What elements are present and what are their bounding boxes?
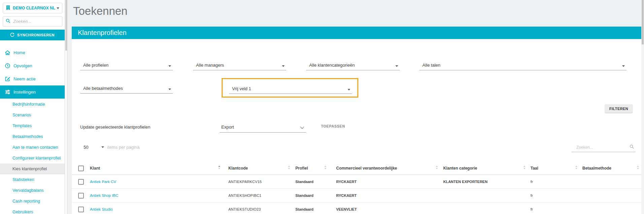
bulk-action-dropdown[interactable]: Export [220, 122, 306, 133]
chevron-down-icon [168, 88, 171, 90]
chevron-down-icon [300, 125, 304, 129]
column-header-klant[interactable]: Klant [90, 166, 100, 171]
sort-arrows-klant[interactable] [218, 166, 221, 171]
chevron-down-icon [348, 89, 350, 91]
chevron-down-icon [395, 65, 398, 67]
sidebar-subitem-configureer-klantenprofiel[interactable]: Configureer klantenprofiel [0, 153, 65, 164]
company-name: DEMO CLEARNOX NL - ... [13, 6, 55, 10]
column-header-commercieel-verantwoordelijke[interactable]: Commercieel verantwoordelijke [336, 166, 397, 171]
clock-icon [5, 63, 10, 69]
sidebar-scrollbar[interactable] [65, 0, 67, 214]
filter-dropdown-alle-managers[interactable]: Alle managers [193, 61, 286, 70]
sidebar-subitem-kies-klantenprofiel[interactable]: Kies klantenprofiel [0, 164, 65, 174]
sidebar-subitem-betaalmethodes[interactable]: Betaalmethodes [0, 131, 65, 142]
sort-arrows-klantcode[interactable] [288, 166, 291, 171]
page-title: Toekennen [73, 5, 127, 17]
sidebar-subitem-statistieken[interactable]: Statistieken [0, 174, 65, 185]
edit-icon [5, 76, 10, 82]
app-window: DEMO CLEARNOX NL - ... Zoeken... SYNCHRO… [0, 0, 644, 214]
search-icon [630, 144, 634, 150]
chevron-down-icon [57, 7, 59, 9]
cell-klant[interactable]: Antiek Park CV [90, 180, 116, 184]
column-header-betaalmethode[interactable]: Betaalmethode [582, 166, 611, 171]
sidebar-search-placeholder: Zoeken... [13, 19, 31, 24]
table-header: KlantKlantcodeProfielCommercieel verantw… [72, 162, 642, 175]
filter-dropdown-alle-betaalmethodes[interactable]: Alle betaalmethodes [80, 84, 173, 94]
table-row: Antiek StudioANTIEKSTUDIO23StandaardVEEN… [72, 203, 642, 214]
home-icon [5, 50, 10, 56]
chevron-down-icon [168, 65, 171, 67]
section-title: Klantenprofielen [78, 29, 127, 37]
page-scrollbar-thumb[interactable] [642, 0, 644, 44]
column-header-profiel[interactable]: Profiel [295, 166, 308, 171]
column-header-klantcode[interactable]: Klantcode [228, 166, 248, 171]
refresh-icon [10, 33, 14, 38]
cell-taal: fr [530, 193, 533, 198]
cell-klant[interactable]: Antiek Studio [90, 207, 113, 211]
sidebar-search-input[interactable]: Zoeken... [3, 16, 62, 27]
synchronize-button[interactable]: SYNCHRONISEREN [0, 30, 65, 40]
sidebar-subitem-templates[interactable]: Templates [0, 120, 65, 131]
sidebar-item-neem-actie[interactable]: Neem actie [0, 72, 65, 85]
filter-dropdown-alle-talen[interactable]: Alle talen [419, 61, 626, 70]
sidebar-item-instellingen[interactable]: Instellingen [0, 85, 65, 99]
table-search-input[interactable]: Zoeken... [572, 144, 635, 152]
cell-profiel: Standaard [295, 193, 314, 198]
apply-button[interactable]: TOEPASSEN [321, 124, 345, 128]
search-icon [6, 19, 10, 25]
chevron-down-icon [101, 146, 104, 148]
cell-klant[interactable]: Antiek Shop IBC [90, 193, 118, 198]
sort-arrows-commercieel-verantwoordelijke[interactable] [436, 166, 439, 171]
cell-profiel: Standaard [295, 180, 314, 184]
sort-arrows-profiel[interactable] [324, 166, 327, 171]
table-row: Antiek Shop IBCANTIEKSHOPIBC1StandaardRY… [72, 189, 642, 203]
section-header: Klantenprofielen [72, 27, 642, 39]
cell-profiel: Standaard [295, 207, 314, 211]
company-selector[interactable]: DEMO CLEARNOX NL - ... [3, 3, 62, 13]
sidebar-subitem-vervaldagbalans[interactable]: Vervaldagbalans [0, 185, 65, 196]
page-scrollbar[interactable] [641, 0, 644, 214]
chevron-down-icon [282, 65, 285, 67]
row-checkbox[interactable] [78, 193, 84, 199]
sidebar-subitem-aan-te-manen-contacten[interactable]: Aan te manen contacten [0, 142, 65, 153]
filter-dropdown-alle-klantencategorieën[interactable]: Alle klantencategorieën [306, 61, 400, 70]
table-search-placeholder: Zoeken... [576, 145, 593, 150]
cell-klantcode: ANTIEKSHOPIBC1 [228, 193, 261, 198]
column-header-taal[interactable]: Taal [530, 166, 538, 171]
sidebar-subitem-gebruikers[interactable]: Gebruikers [0, 207, 65, 214]
cell-taal: fr [530, 180, 533, 184]
cell-categorie: KLANTEN EXPORTEREN [443, 180, 487, 184]
cell-commercieel: VEENVLIET [336, 207, 357, 211]
vrij-veld-dropdown[interactable]: Vrij veld 1 [229, 85, 352, 94]
row-checkbox[interactable] [78, 179, 84, 185]
sort-arrows-klanten-categorie[interactable] [523, 166, 526, 171]
select-all-checkbox[interactable] [78, 166, 84, 171]
sort-arrows-betaalmethode[interactable] [637, 166, 640, 171]
bulk-update-label: Update geselecteerde klantprofielen [80, 124, 150, 130]
page-size-dropdown[interactable]: 50 [84, 145, 88, 150]
sidebar-subnav: BedrijfsinformatieScenariosTemplatesBeta… [0, 99, 65, 214]
cell-klantcode: ANTIEKPARKCV15 [228, 180, 262, 184]
sidebar-nav: HomeOpvolgenNeem actieInstellingen [0, 46, 65, 99]
sidebar-item-opvolgen[interactable]: Opvolgen [0, 59, 65, 72]
building-icon [6, 5, 10, 11]
sidebar-subitem-cash-reporting[interactable]: Cash reporting [0, 196, 65, 207]
cell-taal: fr [530, 207, 533, 211]
sort-arrows-taal[interactable] [575, 166, 578, 171]
sidebar-subitem-bedrijfsinformatie[interactable]: Bedrijfsinformatie [0, 99, 65, 110]
row-checkbox[interactable] [78, 207, 84, 212]
filter-dropdown-alle-profielen[interactable]: Alle profielen [80, 61, 173, 70]
cell-commercieel: RYCKAERT [336, 193, 357, 198]
sliders-icon [5, 89, 10, 95]
items-per-page-label: items per pagina [107, 145, 139, 150]
column-header-klanten-categorie[interactable]: Klanten categorie [443, 166, 477, 171]
cell-commercieel: RYCKAERT [336, 180, 357, 184]
sidebar-subitem-scenarios[interactable]: Scenarios [0, 110, 65, 120]
sidebar: DEMO CLEARNOX NL - ... Zoeken... SYNCHRO… [0, 0, 65, 214]
filter-button[interactable]: FILTEREN [605, 104, 633, 113]
highlight-outline: Vrij veld 1 [222, 78, 358, 98]
sidebar-scrollbar-thumb[interactable] [65, 0, 67, 50]
cell-klantcode: ANTIEKSTUDIO23 [228, 207, 261, 211]
sidebar-item-home[interactable]: Home [0, 46, 65, 59]
table-row: Antiek Park CVANTIEKPARKCV15StandaardRYC… [72, 175, 642, 189]
